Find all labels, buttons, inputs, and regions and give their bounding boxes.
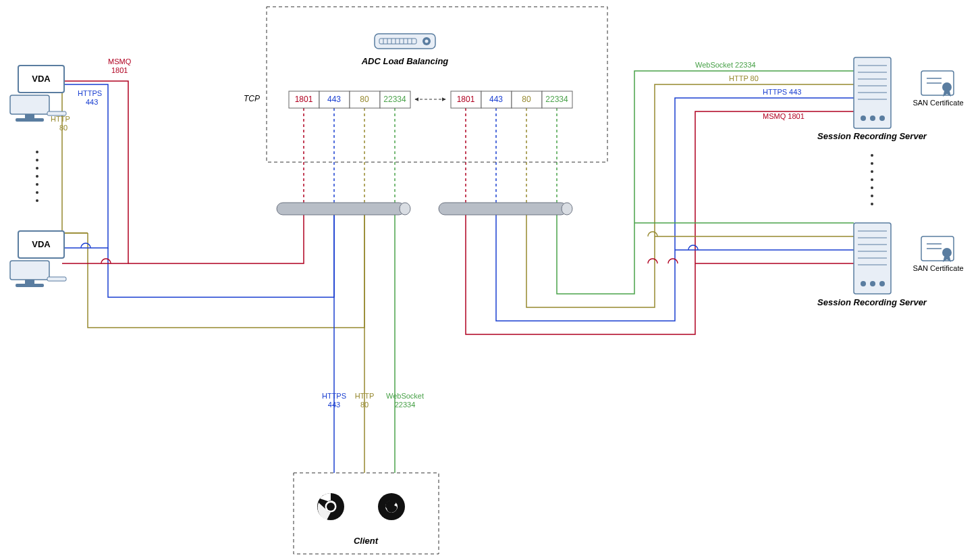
line-ws-srv [557,71,854,294]
server-node-2 [854,223,891,294]
svg-point-55 [871,186,873,189]
line-http-vda-bus [88,209,364,328]
svg-rect-2 [439,203,567,215]
client-https-name: HTTPS [322,392,346,400]
svg-rect-27 [16,118,44,122]
pipe-right [439,203,572,215]
hop-srv2-c [688,245,698,250]
cert-label-1: SAN Certificate [913,99,963,107]
client-https-port: 443 [328,401,340,409]
line-msmq-vda-bus [128,209,304,263]
svg-point-53 [871,170,873,173]
srv-msmq-label: MSMQ 1801 [763,112,805,120]
svg-point-49 [870,116,875,121]
svg-point-29 [36,151,38,153]
cert-label-2: SAN Certificate [913,264,963,272]
svg-point-31 [36,167,38,170]
svg-point-54 [871,178,873,181]
svg-point-57 [871,203,873,205]
port-80-r: 80 [522,95,531,104]
srv-http-label: HTTP 80 [729,74,759,82]
cert-node-2 [921,236,954,262]
svg-point-66 [870,281,875,286]
adc-title: ADC Load Balancing [361,56,449,66]
svg-rect-28 [47,111,66,116]
line-http-vda-bot [62,233,88,257]
pipe-left [277,203,410,215]
vda-ellipsis [36,151,38,202]
server-label-1: Session Recording Server [817,131,927,141]
vda-label-2: VDA [32,239,51,249]
svg-rect-40 [47,277,66,281]
adc-container [267,7,607,162]
cert-node-1 [921,71,954,97]
chrome-icon [317,493,344,520]
client-label: Client [354,536,379,546]
port-443-l: 443 [327,95,341,104]
port-22334-l: 22334 [383,95,406,104]
port-1801-l: 1801 [295,95,313,104]
adc-ports-right: 1801 443 80 22334 [451,91,572,108]
svg-point-34 [36,191,38,194]
svg-rect-25 [10,95,49,114]
client-http-name: HTTP [355,392,375,400]
port-22334-r: 22334 [545,95,568,104]
vda-msmq-label-port: 1801 [111,66,128,74]
port-443-r: 443 [489,95,503,104]
svg-point-51 [871,154,873,157]
svg-rect-37 [10,261,49,280]
svg-point-35 [36,199,38,202]
server-label-2: Session Recording Server [817,297,927,307]
svg-point-32 [36,175,38,178]
vda-node-1: VDA [10,66,66,122]
server-ellipsis [871,154,873,205]
line-http-srv [526,84,854,307]
svg-point-50 [879,116,885,121]
svg-point-56 [871,195,873,197]
vda-https-label-name: HTTPS [78,89,102,97]
svg-point-52 [871,162,873,165]
line-https-vda-bus [108,209,334,297]
hop-srv2-a [648,259,657,263]
srv-ws-label: WebSocket 22334 [695,61,756,69]
svg-point-65 [861,281,866,286]
svg-rect-26 [25,114,34,118]
svg-point-78 [327,503,335,511]
svg-point-75 [942,248,952,257]
line-https-vda-top [62,84,108,248]
svg-point-30 [36,159,38,161]
svg-point-3 [562,203,572,215]
svg-point-1 [400,203,410,215]
firefox-icon [378,493,405,520]
hop-srv2-b [668,259,678,263]
server-node-1 [854,57,891,128]
port-1801-r: 1801 [457,95,475,104]
hop-srv2-d [648,232,657,236]
hop-vda2-2 [101,259,111,263]
svg-point-67 [879,281,885,286]
adc-device-icon [375,34,435,49]
line-msmq-vda-top [62,81,128,263]
srv-https-label: HTTPS 443 [763,88,801,96]
vda-https-label-port: 443 [86,98,98,106]
vda-http-label-port: 80 [59,124,67,132]
client-ws-port: 22334 [395,401,416,409]
svg-point-33 [36,183,38,186]
vda-node-2: VDA [10,231,66,287]
hop-vda2-1 [81,243,90,248]
svg-rect-39 [16,284,44,287]
svg-rect-0 [277,203,405,215]
line-http-vda-top [62,88,88,233]
port-80-l: 80 [360,95,369,104]
client-ws-name: WebSocket [386,392,424,400]
adc-ports-left: 1801 443 80 22334 [289,91,410,108]
vda-msmq-label-name: MSMQ [108,57,132,66]
adc-tcp-label: TCP [244,94,260,103]
svg-rect-38 [25,280,34,284]
svg-point-6 [425,40,429,43]
vda-http-label-name: HTTP [51,115,70,123]
client-http-port: 80 [360,401,369,409]
svg-point-48 [861,116,866,121]
vda-label-1: VDA [32,74,51,84]
svg-point-71 [942,82,952,92]
